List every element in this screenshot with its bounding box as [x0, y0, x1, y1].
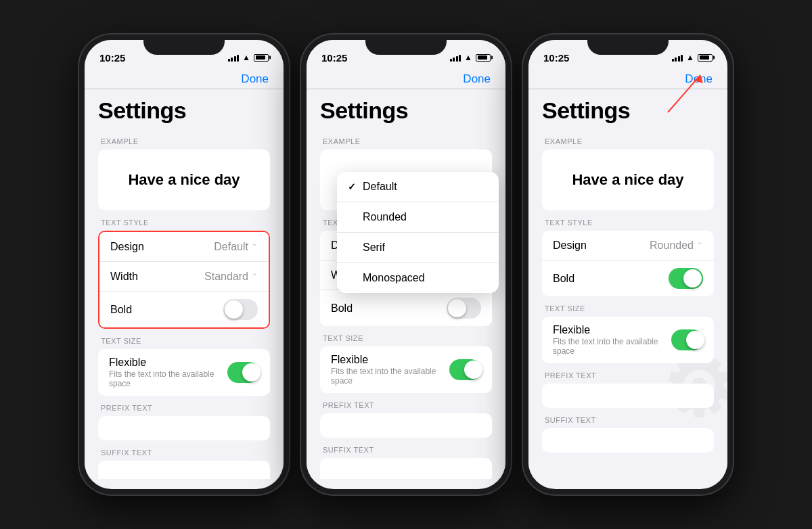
toggle-switch[interactable] — [671, 329, 703, 350]
arrow-svg — [661, 68, 708, 116]
toggle-knob — [225, 300, 243, 319]
flexible-row-content: Flexible Fits the text into the availabl… — [553, 324, 671, 356]
chevron-icon: ⌃ — [251, 272, 258, 281]
signal-bar-3 — [678, 56, 680, 62]
screen-content: Settings EXAMPLE Have a nice day TEXT ST… — [85, 89, 284, 479]
signal-bar-1 — [672, 59, 674, 62]
section-label-suffix_text: SUFFIX TEXT — [101, 448, 270, 457]
dropdown-menu: ✓ Default Rounded Serif Monospaced — [337, 172, 499, 293]
example-card: Have a nice day — [98, 150, 270, 210]
settings-card-prefix_text — [542, 384, 714, 408]
chevron-icon: ⌃ — [696, 241, 703, 250]
row-label-design: Design — [110, 241, 144, 253]
battery-icon — [698, 54, 713, 62]
wifi-icon: ▲ — [242, 53, 250, 62]
signal-bar-3 — [234, 56, 236, 62]
signal-bar-4 — [681, 55, 683, 62]
phone-screen: 10:25 ▲ Done Settings EXA — [85, 40, 284, 489]
example-text: Have a nice day — [128, 171, 240, 189]
settings-card-text_size: Flexible Fits the text into the availabl… — [98, 349, 270, 396]
dropdown-item-rounded[interactable]: Rounded — [337, 202, 499, 233]
settings-card-suffix_text — [542, 428, 714, 453]
phone-notch — [587, 34, 669, 55]
signal-bar-2 — [675, 58, 677, 62]
row-label-bold: Bold — [110, 304, 132, 316]
dropdown-item-serif[interactable]: Serif — [337, 233, 499, 263]
example-text: Have a nice day — [572, 171, 683, 189]
settings-row-bold: Bold — [99, 292, 269, 327]
section-label-example: EXAMPLE — [101, 137, 270, 145]
flexible-row-content: Flexible Fits the text into the availabl… — [109, 356, 227, 388]
section-label-text_style: TEXT STYLE — [101, 218, 270, 227]
section-label-suffix_text: SUFFIX TEXT — [545, 416, 714, 424]
settings-row-input[interactable] — [98, 416, 270, 440]
empty-row — [98, 461, 270, 479]
dropdown-item-monospaced[interactable]: Monospaced — [337, 263, 499, 293]
empty-row — [542, 428, 714, 453]
phone-notch — [143, 34, 225, 55]
toggle-switch[interactable] — [227, 362, 259, 383]
section-label-prefix_text: PREFIX TEXT — [101, 404, 270, 412]
status-time: 10:25 — [99, 52, 125, 64]
screen-content-inner: Settings EXAMPLE Have a nice day TEXT ST… — [98, 89, 270, 479]
section-label-example: EXAMPLE — [545, 137, 714, 145]
row-label-flexible: Flexible — [553, 324, 671, 336]
settings-card-text_style: Design Default ⌃ Width Standard ⌃ — [98, 231, 270, 329]
chevron-icon: ⌃ — [251, 242, 258, 252]
toggle-knob — [683, 269, 702, 288]
dropdown-item-label: Serif — [363, 242, 385, 254]
status-icons: ▲ — [228, 53, 269, 62]
section-label-text_style: TEXT STYLE — [545, 218, 714, 227]
status-time: 10:25 — [543, 52, 569, 64]
flexible-subtitle: Fits the text into the available space — [109, 369, 227, 388]
phones-container: 10:25 ▲ Done Settings EXA — [66, 21, 746, 508]
wifi-icon: ▲ — [686, 53, 694, 62]
phone-phone3: 10:25 ▲ Done Settings EXA — [523, 34, 733, 495]
signal-bars-icon — [228, 53, 240, 62]
phone-screen: 10:25 ▲ Done Settings EXA — [307, 40, 505, 489]
row-label-bold: Bold — [553, 273, 574, 285]
settings-row-bold: Bold — [542, 260, 714, 296]
settings-row-design[interactable]: Design Rounded ⌃ — [542, 231, 714, 260]
phone-phone2: 10:25 ▲ Done Settings EXA — [301, 34, 511, 495]
signal-bar-2 — [231, 58, 233, 62]
settings-row-width[interactable]: Width Standard ⌃ — [99, 262, 269, 292]
toggle-switch[interactable] — [223, 299, 258, 320]
toggle-switch[interactable] — [669, 268, 703, 289]
row-value-width: Standard ⌃ — [204, 271, 258, 283]
example-card: Have a nice day — [542, 150, 714, 210]
toggle-knob — [242, 363, 261, 382]
signal-bar-4 — [237, 55, 239, 62]
settings-row-design[interactable]: Design Default ⌃ — [99, 232, 269, 262]
nav-bar: Done — [85, 70, 284, 89]
page-title: Settings — [98, 89, 270, 129]
settings-card-prefix_text — [98, 416, 270, 440]
screen-content: Settings EXAMPLE Have a nice day TEXT ST… — [528, 89, 727, 479]
settings-row-flexible: Flexible Fits the text into the availabl… — [98, 349, 270, 396]
dropdown-checkmark: ✓ — [348, 181, 363, 192]
settings-card-text_size: Flexible Fits the text into the availabl… — [542, 317, 714, 363]
toggle-knob — [686, 331, 704, 349]
section-label-text_size: TEXT SIZE — [545, 304, 714, 313]
row-label-width: Width — [110, 271, 138, 283]
battery-fill — [700, 55, 709, 60]
signal-bar-1 — [228, 59, 230, 62]
dropdown-item-label: Monospaced — [363, 272, 425, 284]
battery-icon — [254, 54, 269, 62]
dropdown-overlay: ✓ Default Rounded Serif Monospaced — [307, 40, 505, 489]
flexible-subtitle: Fits the text into the available space — [553, 337, 671, 356]
phone-screen: 10:25 ▲ Done Settings EXA — [528, 40, 727, 489]
row-value-design: Rounded ⌃ — [650, 239, 703, 252]
dropdown-item-default[interactable]: ✓ Default — [337, 172, 499, 202]
dropdown-item-label: Rounded — [363, 211, 407, 223]
settings-row-flexible: Flexible Fits the text into the availabl… — [542, 317, 714, 363]
settings-card-text_style: Design Rounded ⌃ Bold — [542, 231, 714, 296]
dropdown-item-label: Default — [363, 181, 397, 193]
row-value-design: Default ⌃ — [214, 241, 258, 253]
done-button[interactable]: Done — [241, 72, 269, 86]
signal-bars-icon — [672, 53, 683, 62]
arrow-annotation — [661, 68, 708, 118]
screen-content-inner: Settings EXAMPLE Have a nice day TEXT ST… — [542, 89, 714, 453]
section-label-text_size: TEXT SIZE — [101, 337, 270, 345]
phone-phone1: 10:25 ▲ Done Settings EXA — [79, 34, 289, 495]
